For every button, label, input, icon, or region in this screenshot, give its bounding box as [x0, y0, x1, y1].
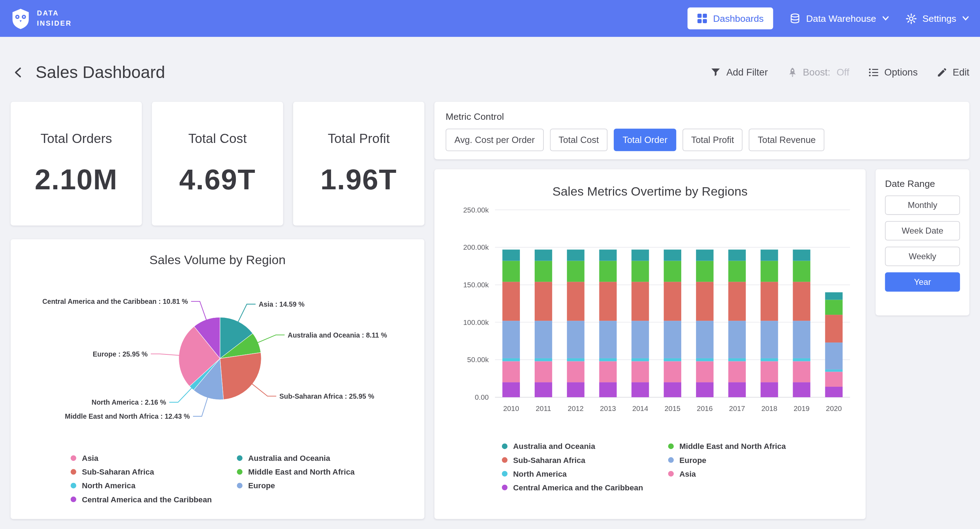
bar-segment-australia-and-oceania-2014[interactable] [631, 250, 649, 261]
pie-legend-item-sub-saharan-africa[interactable]: Sub-Saharan Africa [71, 467, 220, 477]
bar-segment-asia-2015[interactable] [663, 361, 681, 382]
nav-item-settings[interactable]: Settings [905, 13, 969, 24]
bar-segment-sub-saharan-africa-2013[interactable] [599, 282, 617, 321]
date-range-button-monthly[interactable]: Monthly [885, 195, 960, 215]
bar-segment-asia-2017[interactable] [728, 361, 746, 382]
bar-segment-central-america-and-the-caribbean-2020[interactable] [825, 387, 843, 397]
bar-segment-asia-2012[interactable] [567, 361, 585, 382]
date-range-button-year[interactable]: Year [885, 272, 960, 292]
bar-segment-sub-saharan-africa-2019[interactable] [793, 282, 811, 321]
bar-segment-central-america-and-the-caribbean-2016[interactable] [696, 382, 714, 397]
bar-segment-australia-and-oceania-2010[interactable] [502, 250, 520, 261]
bar-segment-asia-2011[interactable] [535, 361, 552, 382]
bar-segment-australia-and-oceania-2015[interactable] [663, 250, 681, 261]
bar-segment-asia-2016[interactable] [696, 361, 714, 382]
bar-segment-europe-2015[interactable] [663, 321, 681, 358]
bar-segment-north-america-2020[interactable] [825, 370, 843, 372]
nav-item-dashboards[interactable]: Dashboards [687, 7, 773, 29]
bar-segment-north-america-2016[interactable] [696, 358, 714, 361]
options-button[interactable]: Options [868, 67, 918, 78]
bar-legend-item-middle-east-and-north-africa[interactable]: Middle East and North Africa [668, 441, 817, 451]
bar-legend-item-australia-and-oceania[interactable]: Australia and Oceania [502, 441, 651, 451]
bar-segment-australia-and-oceania-2019[interactable] [793, 250, 811, 261]
bar-segment-middle-east-and-north-africa-2018[interactable] [760, 261, 778, 282]
bar-segment-sub-saharan-africa-2012[interactable] [567, 282, 585, 321]
add-filter-button[interactable]: Add Filter [710, 67, 768, 78]
bar-segment-sub-saharan-africa-2017[interactable] [728, 282, 746, 321]
bar-segment-asia-2010[interactable] [502, 361, 520, 382]
bar-segment-australia-and-oceania-2018[interactable] [760, 250, 778, 261]
metric-button-avg-cost-per-order[interactable]: Avg. Cost per Order [446, 129, 544, 151]
bar-segment-sub-saharan-africa-2014[interactable] [631, 282, 649, 321]
bar-segment-north-america-2019[interactable] [793, 358, 811, 361]
bar-segment-europe-2020[interactable] [825, 343, 843, 370]
bar-segment-central-america-and-the-caribbean-2018[interactable] [760, 382, 778, 397]
bar-segment-australia-and-oceania-2017[interactable] [728, 250, 746, 261]
pie-legend-item-australia-and-oceania[interactable]: Australia and Oceania [237, 453, 386, 463]
bar-segment-sub-saharan-africa-2011[interactable] [535, 282, 552, 321]
bar-segment-north-america-2015[interactable] [663, 358, 681, 361]
bar-segment-central-america-and-the-caribbean-2014[interactable] [631, 382, 649, 397]
bar-segment-central-america-and-the-caribbean-2015[interactable] [663, 382, 681, 397]
bar-segment-middle-east-and-north-africa-2013[interactable] [599, 261, 617, 282]
bar-segment-australia-and-oceania-2020[interactable] [825, 292, 843, 300]
pie-legend-item-middle-east-and-north-africa[interactable]: Middle East and North Africa [237, 467, 386, 477]
edit-button[interactable]: Edit [936, 67, 969, 78]
bar-segment-central-america-and-the-caribbean-2017[interactable] [728, 382, 746, 397]
bar-segment-europe-2014[interactable] [631, 321, 649, 358]
bar-segment-north-america-2013[interactable] [599, 358, 617, 361]
metric-button-total-cost[interactable]: Total Cost [550, 129, 608, 151]
bar-segment-australia-and-oceania-2011[interactable] [535, 250, 552, 261]
bar-segment-middle-east-and-north-africa-2016[interactable] [696, 261, 714, 282]
date-range-button-weekly[interactable]: Weekly [885, 246, 960, 266]
bar-segment-europe-2016[interactable] [696, 321, 714, 358]
bar-segment-europe-2019[interactable] [793, 321, 811, 358]
bar-segment-middle-east-and-north-africa-2020[interactable] [825, 300, 843, 315]
bar-segment-middle-east-and-north-africa-2015[interactable] [663, 261, 681, 282]
metric-button-total-profit[interactable]: Total Profit [682, 129, 743, 151]
bar-segment-north-america-2014[interactable] [631, 358, 649, 361]
bar-segment-europe-2010[interactable] [502, 321, 520, 358]
boost-toggle[interactable]: Boost: Off [787, 67, 849, 78]
bar-segment-sub-saharan-africa-2020[interactable] [825, 315, 843, 343]
bar-segment-central-america-and-the-caribbean-2012[interactable] [567, 382, 585, 397]
bar-segment-middle-east-and-north-africa-2014[interactable] [631, 261, 649, 282]
bar-segment-europe-2013[interactable] [599, 321, 617, 358]
nav-item-data-warehouse[interactable]: Data Warehouse [789, 13, 889, 24]
bar-legend-item-north-america[interactable]: North America [502, 469, 651, 479]
bar-segment-north-america-2018[interactable] [760, 358, 778, 361]
bar-segment-middle-east-and-north-africa-2019[interactable] [793, 261, 811, 282]
date-range-button-week-date[interactable]: Week Date [885, 221, 960, 240]
bar-segment-central-america-and-the-caribbean-2019[interactable] [793, 382, 811, 397]
bar-segment-asia-2020[interactable] [825, 372, 843, 387]
bar-segment-australia-and-oceania-2012[interactable] [567, 250, 585, 261]
bar-legend-item-central-america-and-the-caribbean[interactable]: Central America and the Caribbean [502, 482, 651, 493]
bar-segment-north-america-2017[interactable] [728, 358, 746, 361]
bar-segment-middle-east-and-north-africa-2017[interactable] [728, 261, 746, 282]
bar-segment-north-america-2010[interactable] [502, 358, 520, 361]
bar-segment-australia-and-oceania-2013[interactable] [599, 250, 617, 261]
bar-segment-asia-2013[interactable] [599, 361, 617, 382]
app-logo[interactable]: DATA INSIDER [11, 8, 72, 29]
bar-segment-middle-east-and-north-africa-2011[interactable] [535, 261, 552, 282]
bar-segment-sub-saharan-africa-2010[interactable] [502, 282, 520, 321]
pie-legend-item-asia[interactable]: Asia [71, 453, 220, 463]
bar-legend-item-europe[interactable]: Europe [668, 454, 817, 465]
bar-segment-sub-saharan-africa-2016[interactable] [696, 282, 714, 321]
pie-legend-item-europe[interactable]: Europe [237, 480, 386, 491]
bar-segment-middle-east-and-north-africa-2010[interactable] [502, 261, 520, 282]
bar-segment-sub-saharan-africa-2018[interactable] [760, 282, 778, 321]
metric-button-total-order[interactable]: Total Order [614, 129, 676, 151]
bar-segment-central-america-and-the-caribbean-2010[interactable] [502, 382, 520, 397]
bar-segment-asia-2019[interactable] [793, 361, 811, 382]
bar-segment-asia-2018[interactable] [760, 361, 778, 382]
bar-segment-north-america-2012[interactable] [567, 358, 585, 361]
bar-segment-middle-east-and-north-africa-2012[interactable] [567, 261, 585, 282]
bar-segment-central-america-and-the-caribbean-2013[interactable] [599, 382, 617, 397]
bar-segment-sub-saharan-africa-2015[interactable] [663, 282, 681, 321]
bar-segment-europe-2018[interactable] [760, 321, 778, 358]
pie-legend-item-north-america[interactable]: North America [71, 480, 220, 491]
pie-legend-item-central-america-and-the-caribbean[interactable]: Central America and the Caribbean [71, 494, 220, 504]
pie-slice-sub-saharan-africa[interactable] [220, 353, 261, 400]
bar-segment-europe-2011[interactable] [535, 321, 552, 358]
